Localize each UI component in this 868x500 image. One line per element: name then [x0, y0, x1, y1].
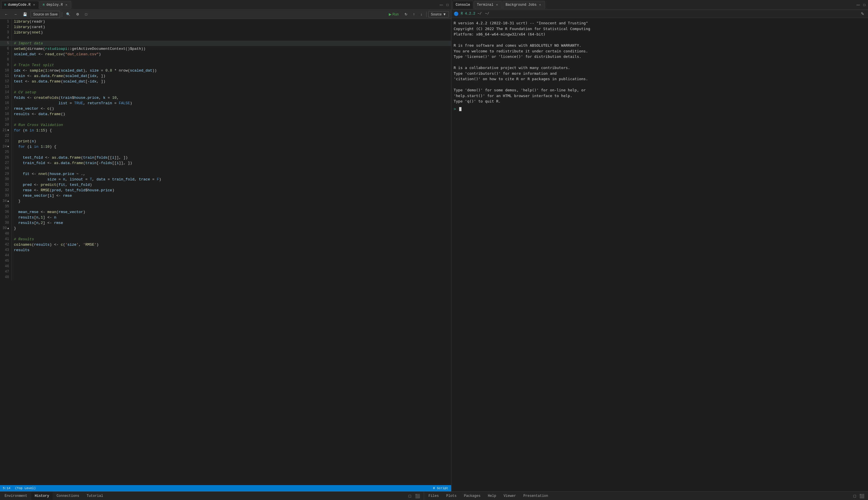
code-row[interactable]: 43results: [0, 247, 451, 253]
line-content[interactable]: # Import data: [11, 41, 451, 46]
code-row[interactable]: 5# Import data: [0, 41, 451, 46]
line-content[interactable]: rmse_vector <- c(): [11, 106, 451, 111]
console-minimize-btn[interactable]: —: [855, 2, 861, 8]
code-row[interactable]: 10idx <- sample(1:nrow(scaled_dat), size…: [0, 68, 451, 73]
line-content[interactable]: [11, 35, 451, 41]
code-row[interactable]: 12test <- as.data.frame(scaled_dat[-idx,…: [0, 79, 451, 84]
code-row[interactable]: 48: [0, 275, 451, 280]
code-row[interactable]: 17rmse_vector <- c(): [0, 106, 451, 111]
line-content[interactable]: [11, 84, 451, 90]
line-content[interactable]: library(nnet): [11, 30, 451, 35]
code-row[interactable]: 27 train_fold <- as.data.frame(train[-fo…: [0, 160, 451, 166]
code-row[interactable]: 28: [0, 166, 451, 171]
line-content[interactable]: results: [11, 247, 451, 253]
line-content[interactable]: scaled_dat <- read_csv("dat_clean.csv"): [11, 52, 451, 57]
line-content[interactable]: fit <- nnet(house.price ~ .,: [11, 171, 451, 177]
editor-minimize-btn[interactable]: —: [438, 2, 444, 8]
line-content[interactable]: colnames(results) <- c('size', 'RMSE'): [11, 242, 451, 247]
rerun-button[interactable]: ↻: [402, 11, 410, 18]
code-row[interactable]: 25: [0, 149, 451, 155]
line-content[interactable]: [11, 264, 451, 269]
console-prompt-line[interactable]: >: [454, 106, 866, 112]
code-row[interactable]: 3library(nnet): [0, 30, 451, 35]
code-row[interactable]: 26 test_fold <- as.data.frame(train[fold…: [0, 155, 451, 160]
search-button[interactable]: 🔍: [64, 11, 73, 18]
tab-connections[interactable]: Connections: [53, 492, 83, 500]
forward-button[interactable]: →: [11, 11, 20, 18]
tab-console[interactable]: Console: [453, 1, 473, 9]
line-content[interactable]: size = n, linout = T, data = train_fold,…: [11, 177, 451, 182]
code-row[interactable]: 19: [0, 117, 451, 122]
code-row[interactable]: 44: [0, 253, 451, 258]
code-row[interactable]: 8: [0, 57, 451, 62]
down-button[interactable]: ↓: [418, 11, 424, 18]
code-row[interactable]: 37 results[n,1] <- n: [0, 215, 451, 220]
bottom-left-minimize-btn[interactable]: □: [407, 493, 412, 499]
code-editor[interactable]: 1library(readr)2library(caret)3library(n…: [0, 19, 451, 485]
line-content[interactable]: results <- data.frame(): [11, 111, 451, 117]
tab-dummyCode[interactable]: R dummyCode.R ✕: [1, 1, 39, 9]
line-content[interactable]: mean_rmse <- mean(rmse_vector): [11, 209, 451, 215]
code-row[interactable]: 2library(caret): [0, 24, 451, 30]
code-row[interactable]: 9# Train Test split: [0, 62, 451, 68]
spell-button[interactable]: □: [83, 11, 89, 18]
line-content[interactable]: rmse_vector[i] <- rmse: [11, 193, 451, 198]
code-row[interactable]: 31 pred <- predict(fit, test_fold): [0, 182, 451, 188]
line-content[interactable]: rmse <- RMSE(pred, test_fold$house.price…: [11, 188, 451, 193]
line-content[interactable]: [11, 133, 451, 139]
code-row[interactable]: 6setwd(dirname(rstudioapi::getActiveDocu…: [0, 46, 451, 52]
tab-tutorial[interactable]: Tutorial: [83, 492, 107, 500]
tab-viewer[interactable]: Viewer: [500, 492, 519, 500]
console-maximize-btn[interactable]: □: [862, 2, 867, 8]
line-content[interactable]: }: [11, 198, 451, 204]
back-button[interactable]: ←: [2, 11, 10, 18]
code-row[interactable]: 29 fit <- nnet(house.price ~ .,: [0, 171, 451, 177]
line-content[interactable]: test_fold <- as.data.frame(train[folds[[…: [11, 155, 451, 160]
save-button[interactable]: 💾: [21, 11, 30, 18]
code-row[interactable]: 42colnames(results) <- c('size', 'RMSE'): [0, 242, 451, 247]
line-content[interactable]: for (n in 1:15) {: [11, 128, 451, 133]
code-row[interactable]: 47: [0, 269, 451, 275]
bottom-right-maximize-btn[interactable]: ⬛: [858, 493, 866, 499]
console-edit-btn[interactable]: ✎: [859, 11, 866, 16]
tab-environment[interactable]: Environment: [1, 492, 31, 500]
line-content[interactable]: [11, 275, 451, 280]
line-content[interactable]: test <- as.data.frame(scaled_dat[-idx, ]…: [11, 79, 451, 84]
close-jobs-tab[interactable]: ✕: [538, 3, 542, 7]
code-row[interactable]: 15folds <- createFolds(train$house.price…: [0, 95, 451, 101]
line-content[interactable]: list = TRUE, returnTrain = FALSE): [11, 101, 451, 106]
source-on-save-button[interactable]: Source on Save: [31, 11, 60, 18]
line-content[interactable]: [11, 166, 451, 171]
code-row[interactable]: 16 list = TRUE, returnTrain = FALSE): [0, 101, 451, 106]
console-output[interactable]: R version 4.2.2 (2022-10-31 ucrt) -- "In…: [451, 18, 868, 491]
code-row[interactable]: 45: [0, 258, 451, 264]
code-row[interactable]: 18results <- data.frame(): [0, 111, 451, 117]
tab-plots[interactable]: Plots: [443, 492, 460, 500]
tab-presentation[interactable]: Presentation: [520, 492, 551, 500]
code-row[interactable]: 13: [0, 84, 451, 90]
bottom-left-maximize-btn[interactable]: ⬛: [414, 493, 421, 499]
close-deploy-tab[interactable]: ✕: [64, 3, 68, 7]
tab-terminal[interactable]: Terminal ✕: [474, 1, 502, 9]
code-row[interactable]: 30 size = n, linout = T, data = train_fo…: [0, 177, 451, 182]
tab-packages[interactable]: Packages: [461, 492, 484, 500]
code-row[interactable]: 4: [0, 35, 451, 41]
code-row[interactable]: 39▲}: [0, 226, 451, 231]
code-row[interactable]: 1library(readr): [0, 19, 451, 24]
line-content[interactable]: [11, 117, 451, 122]
bottom-right-minimize-btn[interactable]: □: [852, 493, 857, 499]
tools-button[interactable]: ⚙: [74, 11, 82, 18]
line-content[interactable]: [11, 149, 451, 155]
tab-help[interactable]: Help: [484, 492, 500, 500]
line-content[interactable]: [11, 253, 451, 258]
code-row[interactable]: 40: [0, 231, 451, 237]
line-content[interactable]: # Results: [11, 237, 451, 242]
code-row[interactable]: 32 rmse <- RMSE(pred, test_fold$house.pr…: [0, 188, 451, 193]
code-row[interactable]: 14# CV setup: [0, 90, 451, 95]
code-row[interactable]: 24▼ for (i in 1:10) {: [0, 144, 451, 149]
tab-files[interactable]: Files: [425, 492, 442, 500]
line-content[interactable]: print(n): [11, 139, 451, 144]
line-content[interactable]: idx <- sample(1:nrow(scaled_dat), size =…: [11, 68, 451, 73]
line-content[interactable]: [11, 204, 451, 209]
code-row[interactable]: 22: [0, 133, 451, 139]
